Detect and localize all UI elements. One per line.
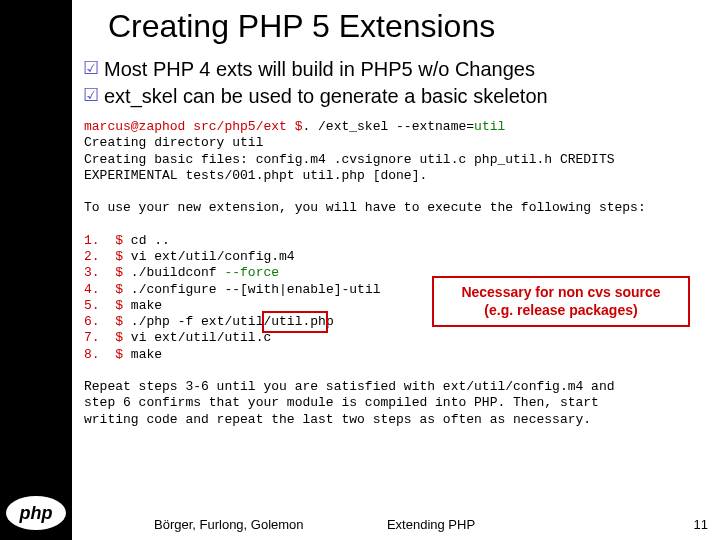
step-num: 8.: [84, 347, 100, 362]
step-num: 7.: [84, 330, 100, 345]
code-block-1: marcus@zaphod src/php5/ext $. /ext_skel …: [72, 111, 720, 432]
cmd-text: . /ext_skel --extname=: [302, 119, 474, 134]
step-ps: $: [115, 314, 123, 329]
output-text: Creating directory util Creating basic f…: [84, 135, 615, 183]
step-cmd: vi ext/util/util.c: [131, 330, 271, 345]
step-ps: $: [115, 330, 123, 345]
step-ps: $: [115, 347, 123, 362]
step-ps: $: [115, 282, 123, 297]
step-num: 3.: [84, 265, 100, 280]
bullet-list: ☑ Most PHP 4 exts will build in PHP5 w/o…: [72, 57, 720, 109]
step-cmd: make: [131, 298, 162, 313]
step-ps: $: [115, 233, 123, 248]
footer: Börger, Furlong, Golemon Extending PHP 1…: [154, 517, 708, 532]
step-cmd: vi ext/util/config.m4: [131, 249, 295, 264]
step-cmd: ./configure --[with|enable]-util: [131, 282, 381, 297]
checkmark-icon: ☑: [78, 57, 104, 79]
repeat-text: Repeat steps 3-6 until you are satisfied…: [84, 379, 615, 427]
step-ps: $: [115, 249, 123, 264]
step-num: 4.: [84, 282, 100, 297]
step-num: 5.: [84, 298, 100, 313]
step-num: 6.: [84, 314, 100, 329]
prompt-text: marcus@zaphod src/php5/ext $: [84, 119, 302, 134]
step-cmd: cd ..: [131, 233, 170, 248]
highlight-box-force: [262, 311, 328, 333]
footer-authors: Börger, Furlong, Golemon: [154, 517, 304, 532]
bullet-item: ☑ ext_skel can be used to generate a bas…: [78, 84, 720, 109]
bullet-text: ext_skel can be used to generate a basic…: [104, 84, 548, 109]
step-ps: $: [115, 265, 123, 280]
sidebar: php: [0, 0, 72, 540]
step-num: 1.: [84, 233, 100, 248]
step-cmd: ./buildconf: [131, 265, 225, 280]
content: Creating PHP 5 Extensions ☑ Most PHP 4 e…: [72, 0, 720, 540]
bullet-text: Most PHP 4 exts will build in PHP5 w/o C…: [104, 57, 535, 82]
callout-box: Necessary for non cvs source (e.g. relea…: [432, 276, 690, 327]
callout-line: Necessary for non cvs source: [442, 284, 680, 302]
step-num: 2.: [84, 249, 100, 264]
step-ps: $: [115, 298, 123, 313]
instruction-text: To use your new extension, you will have…: [84, 200, 646, 215]
php-logo: php: [6, 496, 66, 530]
callout-line: (e.g. release packages): [442, 302, 680, 320]
footer-page-number: 11: [694, 517, 708, 532]
bullet-item: ☑ Most PHP 4 exts will build in PHP5 w/o…: [78, 57, 720, 82]
checkmark-icon: ☑: [78, 84, 104, 106]
arg-text: util: [474, 119, 505, 134]
step-flag: --force: [224, 265, 279, 280]
slide: php Creating PHP 5 Extensions ☑ Most PHP…: [0, 0, 720, 540]
step-cmd: make: [131, 347, 162, 362]
slide-title: Creating PHP 5 Extensions: [72, 0, 720, 57]
